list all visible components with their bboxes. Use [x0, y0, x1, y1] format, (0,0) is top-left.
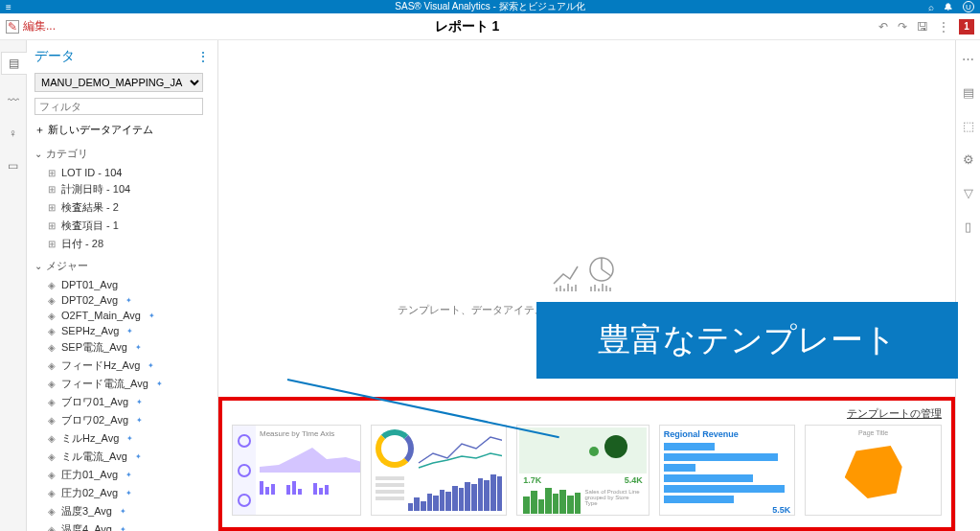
- measure-item[interactable]: ◈フィードHz_Avg✦: [34, 357, 210, 375]
- canvas[interactable]: テンプレート、データアイテム、またはオブジェクトをここにドラッグします。 テンプ…: [218, 40, 955, 531]
- right-rail: ⋯ ▤ ⬚ ⚙ ▽ ▯: [955, 40, 980, 531]
- measure-item[interactable]: ◈圧力02_Avg✦: [34, 484, 210, 502]
- template-card-4[interactable]: Regional Revenue 5.5K: [659, 425, 796, 516]
- category-item[interactable]: ⊞検査項目 - 1: [34, 217, 210, 235]
- measure-icon: ◈: [48, 397, 56, 407]
- datasource-select[interactable]: MANU_DEMO_MAPPING_JA: [34, 73, 203, 92]
- category-label: 計測日時 - 104: [61, 182, 130, 196]
- data-tab-icon[interactable]: ▤: [1, 52, 27, 75]
- calc-indicator-icon: ✦: [126, 327, 133, 335]
- measure-group-header[interactable]: メジャー: [34, 259, 210, 273]
- measure-icon: ◈: [48, 415, 56, 426]
- template5-title: Page Title: [809, 429, 937, 436]
- measure-label: ミルHz_Avg: [61, 431, 119, 446]
- calc-indicator-icon: ✦: [148, 361, 154, 370]
- measure-item[interactable]: ◈SEPHz_Avg✦: [34, 323, 210, 338]
- category-item[interactable]: ⊞計測日時 - 104: [34, 180, 210, 198]
- panel-more-icon[interactable]: ⋮: [196, 49, 210, 64]
- measure-label: 温度4_Avg: [61, 522, 112, 531]
- manage-templates-link[interactable]: テンプレートの管理: [232, 406, 942, 421]
- measure-icon: ◈: [48, 326, 56, 336]
- template-card-1[interactable]: Measure by Time Axis: [232, 425, 361, 516]
- user-avatar[interactable]: U: [963, 1, 974, 12]
- template-card-5[interactable]: Page Title: [805, 425, 942, 516]
- measure-item[interactable]: ◈ミルHz_Avg✦: [34, 429, 210, 448]
- template-card-2[interactable]: [371, 425, 508, 516]
- plus-icon: ＋: [34, 124, 45, 135]
- measure-item[interactable]: ◈圧力01_Avg✦: [34, 466, 210, 484]
- measure-label: ブロワ02_Avg: [61, 413, 128, 427]
- measure-item[interactable]: ◈ブロワ02_Avg✦: [34, 411, 210, 429]
- actions-icon[interactable]: ⚙: [963, 152, 974, 167]
- left-rail: ▤ 〰 ♀ ▭: [0, 40, 27, 531]
- options-icon[interactable]: ⋯: [962, 52, 974, 66]
- measure-item[interactable]: ◈温度4_Avg✦: [34, 520, 210, 531]
- app-header: ≡ SAS® Visual Analytics - 探索とビジュアル化 ⌕ 🔔︎…: [0, 0, 980, 13]
- category-label: 検査項目 - 1: [61, 219, 119, 233]
- category-item[interactable]: ⊞LOT ID - 104: [34, 165, 210, 180]
- app-title: SAS® Visual Analytics - 探索とビジュアル化: [395, 0, 584, 13]
- properties-icon[interactable]: ▤: [963, 85, 974, 100]
- search-icon[interactable]: ⌕: [928, 2, 934, 12]
- annotation-callout: 豊富なテンプレート: [536, 302, 958, 379]
- calc-indicator-icon: ✦: [136, 416, 143, 425]
- calc-indicator-icon: ✦: [135, 343, 142, 352]
- category-icon: ⊞: [48, 239, 56, 249]
- calc-indicator-icon: ✦: [126, 434, 133, 443]
- measure-item[interactable]: ◈DPT02_Avg✦: [34, 292, 210, 308]
- save-icon[interactable]: 🖫: [917, 20, 928, 34]
- measure-icon: ◈: [48, 433, 56, 444]
- menu-icon[interactable]: ≡: [6, 2, 11, 12]
- measure-item[interactable]: ◈ミル電流_Avg✦: [34, 448, 210, 466]
- data-panel: データ ⋮ MANU_DEMO_MAPPING_JA ＋ 新しいデータアイテム …: [27, 40, 218, 531]
- more-icon[interactable]: ⋮: [938, 20, 949, 34]
- measure-item[interactable]: ◈温度3_Avg✦: [34, 502, 210, 520]
- calc-indicator-icon: ✦: [120, 525, 126, 531]
- measure-label: フィードHz_Avg: [61, 358, 140, 373]
- measure-item[interactable]: ◈DPT01_Avg: [34, 277, 210, 292]
- measure-label: DPT02_Avg: [61, 294, 118, 306]
- category-item[interactable]: ⊞日付 - 28: [34, 235, 210, 253]
- template-card-3[interactable]: 1.7K 5.4K Sales of Product Linegrouped b…: [516, 425, 650, 516]
- redo-icon[interactable]: ↷: [898, 20, 907, 34]
- idea-tab-icon[interactable]: ♀: [9, 127, 17, 140]
- measure-icon: ◈: [48, 311, 56, 321]
- report-title: レポート 1: [56, 18, 878, 35]
- template4-title: Regional Revenue: [664, 429, 791, 439]
- calc-indicator-icon: ✦: [125, 489, 132, 497]
- measure-label: 圧力01_Avg: [61, 468, 118, 482]
- annotation-text: 豊富なテンプレート: [598, 318, 897, 362]
- calc-indicator-icon: ✦: [125, 296, 132, 305]
- ranks-icon[interactable]: ▯: [965, 219, 971, 234]
- measure-item[interactable]: ◈O2FT_Main_Avg✦: [34, 308, 210, 323]
- measure-label: ブロワ01_Avg: [61, 395, 128, 409]
- new-item-label: 新しいデータアイテム: [48, 124, 153, 135]
- outline-tab-icon[interactable]: ▭: [8, 159, 18, 173]
- category-item[interactable]: ⊞検査結果 - 2: [34, 198, 210, 217]
- category-label: 検査結果 - 2: [61, 200, 119, 215]
- calc-indicator-icon: ✦: [136, 398, 143, 406]
- filter-input[interactable]: [34, 98, 203, 115]
- measure-icon: ◈: [48, 451, 56, 462]
- category-icon: ⊞: [48, 202, 56, 213]
- measure-item[interactable]: ◈SEP電流_Avg✦: [34, 338, 210, 357]
- toolbar: ✎ 編集... レポート 1 ↶ ↷ 🖫 ⋮ 1: [0, 13, 980, 40]
- measure-label: SEP電流_Avg: [61, 340, 127, 355]
- drop-placeholder-icon: [549, 255, 626, 293]
- notification-badge[interactable]: 1: [959, 19, 974, 35]
- filter-icon[interactable]: ▽: [964, 186, 973, 200]
- pencil-icon: ✎: [6, 20, 19, 34]
- bell-icon[interactable]: 🔔︎: [944, 2, 953, 12]
- undo-icon[interactable]: ↶: [878, 20, 888, 34]
- new-data-item[interactable]: ＋ 新しいデータアイテム: [34, 123, 210, 137]
- calc-indicator-icon: ✦: [148, 312, 155, 320]
- chart-tab-icon[interactable]: 〰: [8, 94, 19, 107]
- measure-item[interactable]: ◈フィード電流_Avg✦: [34, 375, 210, 393]
- measure-item[interactable]: ◈ブロワ01_Avg✦: [34, 393, 210, 411]
- template3-val2: 5.4K: [625, 475, 643, 485]
- svg-line-2: [602, 269, 611, 276]
- edit-button[interactable]: ✎ 編集...: [6, 18, 56, 35]
- category-group-header[interactable]: カテゴリ: [34, 147, 210, 161]
- category-icon: ⊞: [48, 184, 56, 195]
- roles-icon[interactable]: ⬚: [963, 119, 974, 133]
